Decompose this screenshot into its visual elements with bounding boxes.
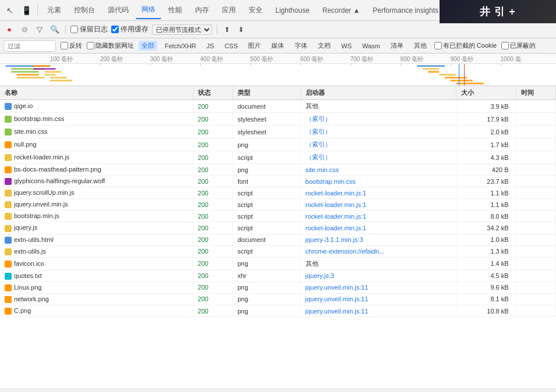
preserve-log-label[interactable]: 保留日志 <box>70 24 108 34</box>
disable-cache-label[interactable]: 停用缓存 <box>111 24 148 34</box>
filter-input[interactable] <box>3 40 56 52</box>
import-button[interactable]: ⬆ <box>222 25 232 34</box>
tab-security[interactable]: 安全 <box>243 2 268 19</box>
col-size[interactable]: 大小 <box>456 86 516 100</box>
filter-img-btn[interactable]: 图片 <box>245 41 264 51</box>
table-row[interactable]: Linux.png200pngjquery.unveil.min.js:119.… <box>0 281 556 293</box>
cell-type: stylesheet <box>232 113 300 126</box>
filter-js-btn[interactable]: JS <box>204 42 217 50</box>
table-row[interactable]: site.min.css200stylesheet（索引）2.0 kB <box>0 126 556 138</box>
throttle-select[interactable]: 已停用节流模式 <box>152 24 212 35</box>
cell-initiator[interactable]: bootstrap.min.css <box>300 176 456 187</box>
cell-initiator[interactable]: site.min.css <box>300 164 456 176</box>
table-row[interactable]: glyphicons-halflings-regular.woff200font… <box>0 176 556 187</box>
timeline-body[interactable] <box>0 64 556 86</box>
filter-fetch-xhr-btn[interactable]: Fetch/XHR <box>162 42 199 50</box>
table-row[interactable]: extn-utils.js200scriptchrome-extension:/… <box>0 245 556 257</box>
cell-initiator[interactable]: jquery.unveil.min.js:11 <box>300 305 456 317</box>
blocked-cookies-checkbox[interactable] <box>434 42 442 49</box>
table-row[interactable]: jquery.unveil.min.js200scriptrocket-load… <box>0 199 556 211</box>
cell-size: 1.1 kB <box>456 187 516 199</box>
tab-console[interactable]: 控制台 <box>68 2 101 19</box>
filter-button[interactable]: ▽ <box>34 24 45 35</box>
table-row[interactable]: quotes.txt200xhrjquery.js:34.5 kB <box>0 270 556 281</box>
tab-recorder[interactable]: Recorder ▲ <box>317 3 366 18</box>
filter-other-btn[interactable]: 其他 <box>411 41 430 51</box>
table-row[interactable]: bootstrap.min.js200scriptrocket-loader.m… <box>0 211 556 222</box>
cell-type: png <box>232 293 300 305</box>
table-row[interactable]: jquery.js200scriptrocket-loader.min.js:1… <box>0 222 556 234</box>
reverse-filter-label[interactable]: 反转 <box>61 41 82 50</box>
cell-type: png <box>232 257 300 270</box>
col-type[interactable]: 类型 <box>232 86 300 100</box>
hide-data-urls-label[interactable]: 隐藏数据网址 <box>87 41 134 50</box>
cell-initiator[interactable]: jquery-3.1.1.min.js:3 <box>300 234 456 245</box>
cell-status: 200 <box>193 245 232 257</box>
cell-initiator[interactable]: jquery.js:3 <box>300 270 456 281</box>
blocked-cookies-label[interactable]: 有已拦截的 Cookie <box>434 41 497 50</box>
export-button[interactable]: ⬇ <box>236 25 246 34</box>
col-status[interactable]: 状态 <box>193 86 232 100</box>
tab-performance[interactable]: 性能 <box>162 2 188 19</box>
cell-initiator[interactable]: rocket-loader.min.js:1 <box>300 187 456 199</box>
cell-initiator[interactable]: jquery.unveil.min.js:11 <box>300 281 456 293</box>
tab-elements[interactable]: 元素 <box>41 2 67 19</box>
blocked-requests-label[interactable]: 已屏蔽的 <box>501 41 536 50</box>
svg-rect-3 <box>17 74 39 76</box>
cell-initiator[interactable]: chrome-extension://efaidn... <box>300 245 456 257</box>
table-row[interactable]: network.png200pngjquery.unveil.min.js:11… <box>0 293 556 305</box>
table-row[interactable]: extn-utils.html200documentjquery-3.1.1.m… <box>0 234 556 245</box>
preserve-log-checkbox[interactable] <box>70 26 78 33</box>
tab-memory[interactable]: 内存 <box>189 2 215 19</box>
col-time[interactable]: 时间 <box>516 86 555 100</box>
filter-all-btn[interactable]: 全部 <box>139 41 157 51</box>
cell-initiator[interactable]: jquery.unveil.min.js:11 <box>300 293 456 305</box>
cell-initiator[interactable]: rocket-loader.min.js:1 <box>300 199 456 211</box>
filter-manifest-btn[interactable]: 清单 <box>388 41 406 51</box>
cell-initiator[interactable]: （索引） <box>300 126 456 138</box>
table-row[interactable]: rocket-loader.min.js200script（索引）4.3 kB <box>0 151 556 164</box>
filter-wasm-btn[interactable]: Wasm <box>359 42 383 50</box>
cell-time <box>516 281 555 293</box>
filter-ws-btn[interactable]: WS <box>338 42 355 50</box>
cell-initiator[interactable]: （索引） <box>300 113 456 126</box>
cell-initiator[interactable]: （索引） <box>300 138 456 151</box>
record-button[interactable]: ● <box>3 24 15 35</box>
requests-table-container[interactable]: 名称 状态 类型 启动器 大小 时间 qige.io200document其他3… <box>0 86 556 388</box>
table-row[interactable]: favicon.ico200png其他1.4 kB <box>0 257 556 270</box>
tab-lighthouse[interactable]: Lighthouse <box>270 3 316 18</box>
filter-media-btn[interactable]: 媒体 <box>268 41 287 51</box>
device-icon[interactable]: 📱 <box>19 3 34 18</box>
tab-network[interactable]: 网络 <box>136 1 161 19</box>
cell-initiator[interactable]: rocket-loader.min.js:1 <box>300 211 456 222</box>
cell-type: png <box>232 164 300 176</box>
table-row[interactable]: bootstrap.min.css200stylesheet（索引）17.9 k… <box>0 113 556 126</box>
table-row[interactable]: C.png200pngjquery.unveil.min.js:1110.8 k… <box>0 305 556 317</box>
nav-divider-1 <box>37 5 38 16</box>
cell-type: document <box>232 100 300 113</box>
reverse-text: 反转 <box>69 41 82 50</box>
tab-sources[interactable]: 源代码 <box>102 2 134 19</box>
reverse-checkbox[interactable] <box>61 42 68 49</box>
filter-font-btn[interactable]: 字体 <box>292 41 310 51</box>
hide-data-urls-checkbox[interactable] <box>87 42 94 49</box>
cell-initiator[interactable]: （索引） <box>300 151 456 164</box>
col-initiator[interactable]: 启动器 <box>300 86 456 100</box>
cell-size: 8.0 kB <box>456 211 516 222</box>
stop-button[interactable]: ⊘ <box>19 24 30 35</box>
table-row[interactable]: jquery.scrollUp.min.js200scriptrocket-lo… <box>0 187 556 199</box>
blocked-requests-checkbox[interactable] <box>501 42 509 49</box>
tab-application[interactable]: 应用 <box>216 2 242 19</box>
search-button[interactable]: 🔍 <box>49 24 61 35</box>
table-row[interactable]: qige.io200document其他3.9 kB <box>0 100 556 113</box>
filter-css-btn[interactable]: CSS <box>222 42 241 50</box>
col-name[interactable]: 名称 <box>0 86 193 100</box>
cell-initiator[interactable]: rocket-loader.min.js:1 <box>300 222 456 234</box>
table-row[interactable]: bs-docs-masthead-pattern.png200pngsite.m… <box>0 164 556 176</box>
filter-doc-btn[interactable]: 文档 <box>315 41 334 51</box>
cell-status: 200 <box>193 257 232 270</box>
disable-cache-checkbox[interactable] <box>111 26 119 33</box>
cursor-icon[interactable]: ↖ <box>2 3 17 18</box>
table-row[interactable]: null.png200png（索引）1.7 kB <box>0 138 556 151</box>
cell-size: 1.4 kB <box>456 257 516 270</box>
